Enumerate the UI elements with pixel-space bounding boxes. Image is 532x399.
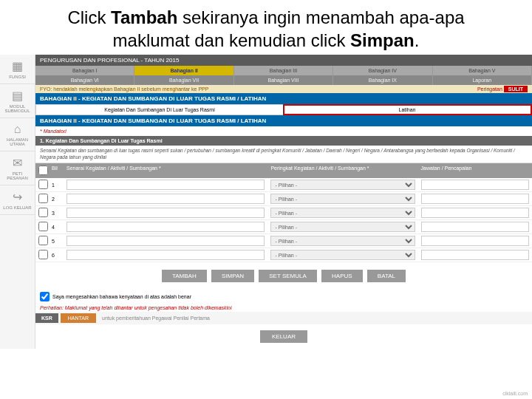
mandatory-note: * Mandatori [35, 126, 532, 136]
button-row: TAMBAH SIMPAN SET SEMULA HAPUS BATAL [35, 262, 532, 290]
senarai-input[interactable] [66, 208, 265, 218]
set-semula-button[interactable]: SET SEMULA [259, 270, 317, 282]
instruction-text: Click Tambah sekiranya ingin menambah ap… [0, 0, 532, 55]
row-bil: 6 [49, 251, 64, 259]
sidebar-item-1[interactable]: ▤MODUL SUBMODUL [0, 84, 35, 118]
table-row: 6- Pilihan - [35, 248, 532, 262]
row-bil: 3 [49, 209, 64, 217]
tabs-row-1: Bahagian IBahagian IIBahagian IIIBahagia… [35, 66, 532, 75]
sidebar-label: MODUL SUBMODUL [4, 104, 30, 113]
peringkat-select[interactable]: - Pilihan - [270, 194, 415, 204]
section-header: BAHAGIAN II - KEGIATAN DAN SUMBANGAN DI … [35, 93, 532, 104]
jawatan-input[interactable] [421, 180, 529, 190]
tabs-row-2: Bahagian VIBahagian VIIBahagian VIIIBaha… [35, 75, 532, 85]
senarai-input[interactable] [66, 236, 265, 246]
senarai-input[interactable] [66, 250, 265, 260]
peringkat-select[interactable]: - Pilihan - [270, 236, 415, 246]
subtab-latihan[interactable]: Latihan [284, 105, 531, 115]
table-row: 3- Pilihan - [35, 206, 532, 220]
description-text: Senarai Kegiatan dan sumbangan di luar t… [35, 146, 532, 163]
sidebar-icon: ⌂ [1, 123, 33, 136]
sidebar-label: PETI PESANAN [7, 171, 28, 180]
ksr-note: untuk pemberitahuan Pegawai Penilai Pert… [102, 316, 210, 321]
tambah-button[interactable]: TAMBAH [162, 270, 207, 282]
brand-watermark: ciklaili.com [502, 391, 528, 396]
table-row: 4- Pilihan - [35, 220, 532, 234]
tab-bahagian-vi[interactable]: Bahagian VI [35, 75, 134, 85]
confirm-checkbox[interactable] [40, 292, 50, 301]
section-header-repeat: BAHAGIAN II - KEGIATAN DAN SUMBANGAN DI … [35, 115, 532, 126]
confirm-text: Saya mengesahkan bahawa kenyataan di ata… [52, 294, 191, 299]
row-checkbox[interactable] [38, 194, 48, 203]
simpan-button[interactable]: SIMPAN [211, 270, 254, 282]
sidebar-icon: ✉ [1, 156, 33, 170]
subtab-kegiatan[interactable]: Kegiatan Dan Sumbangan Di Luar Tugas Ras… [36, 105, 284, 115]
table-row: 1- Pilihan - [35, 178, 532, 192]
sidebar-icon: ▦ [1, 59, 33, 73]
tab-bahagian-ix[interactable]: Bahagian IX [333, 75, 432, 85]
ksr-row: KSR HANTAR untuk pemberitahuan Pegawai P… [35, 312, 532, 324]
warning-text: Perhatian: Maklumat yang telah dihantar … [35, 304, 532, 312]
footer: KELUAR [35, 324, 532, 349]
tab-laporan[interactable]: Laporan [433, 75, 532, 85]
tab-bahagian-iii[interactable]: Bahagian III [234, 66, 333, 75]
sidebar-item-4[interactable]: ↪LOG KELUAR [0, 185, 35, 215]
sidebar-item-3[interactable]: ✉PETI PESANAN [0, 151, 35, 185]
confirm-row: Saya mengesahkan bahawa kenyataan di ata… [35, 290, 532, 304]
app-title: PENGURUSAN DAN PROFESIONAL - TAHUN 2015 [35, 55, 532, 66]
peringkat-select[interactable]: - Pilihan - [270, 208, 415, 218]
sidebar-icon: ▤ [1, 89, 33, 103]
senarai-input[interactable] [66, 180, 265, 190]
col-peringkat: Peringkat Kegiatan / Aktiviti / Sumbanga… [267, 163, 417, 178]
select-all-checkbox[interactable] [38, 166, 48, 175]
tab-bahagian-iv[interactable]: Bahagian IV [333, 66, 432, 75]
fyo-text: FYO: hendaklah melengkapkan Bahagian II … [40, 86, 208, 92]
ksr-label: KSR [35, 313, 58, 323]
tab-bahagian-v[interactable]: Bahagian V [433, 66, 532, 75]
hantar-button[interactable]: HANTAR [61, 313, 96, 323]
tab-bahagian-ii[interactable]: Bahagian II [134, 66, 233, 75]
fyo-banner: FYO: hendaklah melengkapkan Bahagian II … [35, 85, 532, 93]
hapus-button[interactable]: HAPUS [321, 270, 363, 282]
row-checkbox[interactable] [38, 222, 48, 231]
col-bil: Bil [49, 163, 64, 178]
row-bil: 2 [49, 195, 64, 203]
tab-bahagian-i[interactable]: Bahagian I [35, 66, 134, 75]
tab-bahagian-vii[interactable]: Bahagian VII [134, 75, 233, 85]
col-jawatan: Jawatan / Pencapaian [418, 163, 532, 178]
col-senarai: Senarai Kegiatan / Aktiviti / Sumbangan … [64, 163, 267, 178]
keluar-button[interactable]: KELUAR [260, 330, 307, 343]
tab-bahagian-viii[interactable]: Bahagian VIII [234, 75, 333, 85]
row-checkbox[interactable] [38, 250, 48, 259]
table-header: Bil Senarai Kegiatan / Aktiviti / Sumban… [35, 163, 532, 178]
sidebar-label: HALAMAN UTAMA [7, 137, 28, 146]
sidebar-icon: ↪ [1, 190, 33, 204]
jawatan-input[interactable] [421, 208, 529, 218]
subtabs: Kegiatan Dan Sumbangan Di Luar Tugas Ras… [35, 104, 532, 115]
jawatan-input[interactable] [421, 236, 529, 246]
sulit-badge: SULIT [504, 86, 528, 92]
fyo-warning: Peringatan [477, 86, 502, 92]
jawatan-input[interactable] [421, 250, 529, 260]
row-checkbox[interactable] [38, 180, 48, 189]
jawatan-input[interactable] [421, 194, 529, 204]
sidebar-item-2[interactable]: ⌂HALAMAN UTAMA [0, 118, 35, 151]
senarai-input[interactable] [66, 222, 265, 232]
senarai-input[interactable] [66, 194, 265, 204]
peringkat-select[interactable]: - Pilihan - [270, 250, 415, 260]
batal-button[interactable]: BATAL [367, 270, 406, 282]
peringkat-select[interactable]: - Pilihan - [270, 180, 415, 190]
row-checkbox[interactable] [38, 236, 48, 245]
row-bil: 1 [49, 181, 64, 189]
sidebar-label: LOG KELUAR [3, 205, 31, 210]
row-bil: 5 [49, 237, 64, 245]
sidebar: ▦FUNGSI▤MODUL SUBMODUL⌂HALAMAN UTAMA✉PET… [0, 55, 35, 349]
table-row: 2- Pilihan - [35, 192, 532, 206]
sidebar-item-0[interactable]: ▦FUNGSI [0, 55, 35, 84]
peringkat-select[interactable]: - Pilihan - [270, 222, 415, 232]
sidebar-label: FUNGSI [9, 75, 26, 79]
jawatan-input[interactable] [421, 222, 529, 232]
table-row: 5- Pilihan - [35, 234, 532, 248]
row-bil: 4 [49, 223, 64, 231]
row-checkbox[interactable] [38, 208, 48, 217]
